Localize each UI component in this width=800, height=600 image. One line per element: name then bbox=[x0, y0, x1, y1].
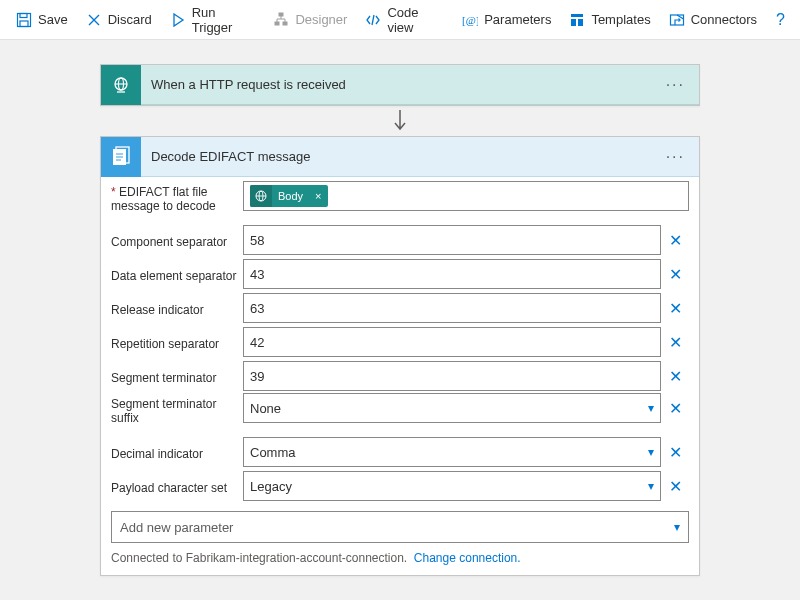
action-header[interactable]: Decode EDIFACT message ··· bbox=[101, 137, 699, 177]
add-parameter-dropdown[interactable]: Add new parameter ▾ bbox=[111, 511, 689, 543]
connectors-button[interactable]: Connectors bbox=[661, 8, 765, 32]
charset-label: Payload character set bbox=[111, 477, 243, 495]
code-view-button[interactable]: Code view bbox=[357, 1, 452, 39]
run-icon bbox=[170, 12, 186, 28]
svg-rect-8 bbox=[571, 19, 576, 26]
charset-select[interactable]: Legacy ▾ bbox=[243, 471, 661, 501]
comp-sep-input[interactable]: 58 bbox=[243, 225, 661, 255]
comp-sep-label: Component separator bbox=[111, 231, 243, 249]
action-menu-button[interactable]: ··· bbox=[660, 144, 691, 170]
rep-sep-input[interactable]: 42 bbox=[243, 327, 661, 357]
help-button[interactable]: ? bbox=[769, 11, 792, 29]
svg-rect-3 bbox=[279, 13, 283, 16]
release-clear[interactable]: ✕ bbox=[661, 299, 689, 318]
action-card: Decode EDIFACT message ··· * EDIFACT fla… bbox=[100, 136, 700, 576]
chevron-down-icon: ▾ bbox=[648, 479, 654, 493]
parameters-icon: [@] bbox=[462, 12, 478, 28]
save-label: Save bbox=[38, 12, 68, 27]
templates-label: Templates bbox=[591, 12, 650, 27]
seg-term-input[interactable]: 39 bbox=[243, 361, 661, 391]
templates-button[interactable]: Templates bbox=[561, 8, 658, 32]
discard-label: Discard bbox=[108, 12, 152, 27]
code-view-label: Code view bbox=[387, 5, 444, 35]
svg-rect-2 bbox=[20, 21, 28, 27]
data-sep-label: Data element separator bbox=[111, 265, 243, 283]
code-view-icon bbox=[365, 12, 381, 28]
release-input[interactable]: 63 bbox=[243, 293, 661, 323]
edifact-decode-icon bbox=[101, 137, 141, 177]
msg-input[interactable]: Body × bbox=[243, 181, 689, 211]
data-sep-input[interactable]: 43 bbox=[243, 259, 661, 289]
comp-sep-clear[interactable]: ✕ bbox=[661, 231, 689, 250]
svg-rect-7 bbox=[571, 14, 583, 17]
chevron-down-icon: ▾ bbox=[674, 520, 680, 534]
seg-suffix-clear[interactable]: ✕ bbox=[661, 399, 689, 418]
designer-label: Designer bbox=[295, 12, 347, 27]
body-token-remove[interactable]: × bbox=[309, 190, 327, 202]
command-bar: Save Discard Run Trigger Designer Code v… bbox=[0, 0, 800, 40]
parameters-label: Parameters bbox=[484, 12, 551, 27]
decimal-label: Decimal indicator bbox=[111, 443, 243, 461]
designer-canvas: When a HTTP request is received ··· Deco… bbox=[0, 40, 800, 600]
svg-text:[@]: [@] bbox=[462, 14, 478, 26]
action-title: Decode EDIFACT message bbox=[151, 149, 660, 164]
change-connection-link[interactable]: Change connection. bbox=[414, 551, 521, 565]
charset-clear[interactable]: ✕ bbox=[661, 477, 689, 496]
body-token-label: Body bbox=[272, 190, 309, 202]
trigger-title: When a HTTP request is received bbox=[151, 77, 660, 92]
rep-sep-label: Repetition separator bbox=[111, 333, 243, 351]
decimal-clear[interactable]: ✕ bbox=[661, 443, 689, 462]
discard-icon bbox=[86, 12, 102, 28]
connection-info: Connected to Fabrikam-integration-accoun… bbox=[111, 551, 689, 565]
flow-arrow bbox=[0, 106, 800, 136]
chevron-down-icon: ▾ bbox=[648, 445, 654, 459]
seg-suffix-label: Segment terminator suffix bbox=[111, 393, 243, 426]
save-button[interactable]: Save bbox=[8, 8, 76, 32]
svg-rect-9 bbox=[578, 19, 583, 26]
http-token-icon bbox=[250, 185, 272, 207]
discard-button[interactable]: Discard bbox=[78, 8, 160, 32]
body-token[interactable]: Body × bbox=[250, 185, 328, 207]
svg-rect-4 bbox=[275, 22, 279, 25]
connectors-label: Connectors bbox=[691, 12, 757, 27]
seg-suffix-select[interactable]: None ▾ bbox=[243, 393, 661, 423]
http-request-icon bbox=[101, 65, 141, 105]
decimal-select[interactable]: Comma ▾ bbox=[243, 437, 661, 467]
add-parameter-label: Add new parameter bbox=[120, 520, 233, 535]
connectors-icon bbox=[669, 12, 685, 28]
msg-label: * EDIFACT flat file message to decode bbox=[111, 181, 243, 214]
trigger-menu-button[interactable]: ··· bbox=[660, 72, 691, 98]
parameters-button[interactable]: [@] Parameters bbox=[454, 8, 559, 32]
rep-sep-clear[interactable]: ✕ bbox=[661, 333, 689, 352]
seg-term-clear[interactable]: ✕ bbox=[661, 367, 689, 386]
run-trigger-button[interactable]: Run Trigger bbox=[162, 1, 264, 39]
designer-button: Designer bbox=[265, 8, 355, 32]
seg-term-label: Segment terminator bbox=[111, 367, 243, 385]
save-icon bbox=[16, 12, 32, 28]
svg-rect-1 bbox=[20, 13, 27, 17]
data-sep-clear[interactable]: ✕ bbox=[661, 265, 689, 284]
designer-icon bbox=[273, 12, 289, 28]
chevron-down-icon: ▾ bbox=[648, 401, 654, 415]
release-label: Release indicator bbox=[111, 299, 243, 317]
run-trigger-label: Run Trigger bbox=[192, 5, 256, 35]
templates-icon bbox=[569, 12, 585, 28]
trigger-card[interactable]: When a HTTP request is received ··· bbox=[100, 64, 700, 106]
svg-rect-5 bbox=[283, 22, 287, 25]
